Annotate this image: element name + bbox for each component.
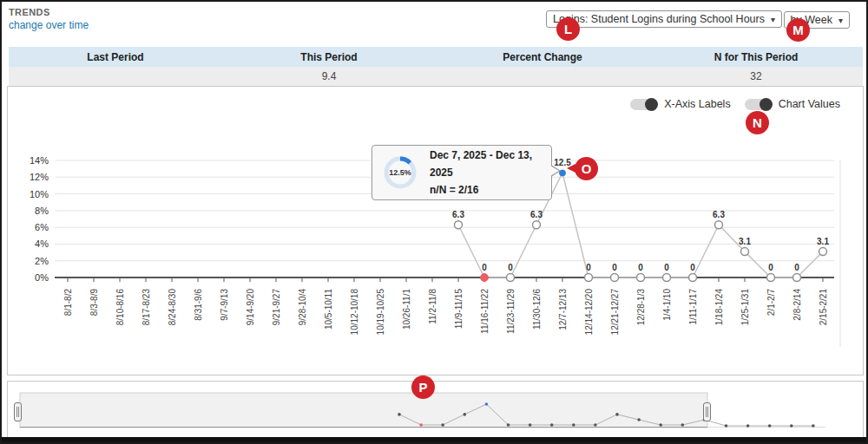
svg-text:0: 0 — [612, 263, 617, 272]
toggle-knob — [760, 98, 773, 111]
svg-text:8/10-8/16: 8/10-8/16 — [115, 289, 125, 326]
navigator-right-handle[interactable] — [703, 402, 711, 421]
svg-text:1/4-1/10: 1/4-1/10 — [662, 289, 672, 321]
svg-text:8/24-8/30: 8/24-8/30 — [168, 289, 177, 326]
svg-text:2%: 2% — [35, 256, 49, 266]
svg-text:11/16-11/22: 11/16-11/22 — [480, 289, 490, 334]
callout-badge-n: N — [746, 111, 769, 134]
tooltip-pointer-fill — [550, 166, 559, 176]
svg-text:10/12-10/18: 10/12-10/18 — [350, 289, 359, 336]
svg-text:3.1: 3.1 — [817, 237, 829, 246]
summary-value-row: 9.4 32 — [9, 67, 863, 86]
callout-badge-l: L — [556, 17, 580, 41]
svg-text:0: 0 — [664, 263, 669, 272]
metric-dropdown-label: Logins: Student Logins during School Hou… — [553, 13, 765, 25]
navigator-mini-chart[interactable] — [8, 382, 863, 437]
svg-text:2/1-2/7: 2/1-2/7 — [766, 289, 776, 317]
svg-text:9/21-9/27: 9/21-9/27 — [272, 289, 281, 326]
val-n-this-period: 32 — [649, 70, 863, 82]
badge-pointer-tail — [567, 164, 575, 173]
svg-text:2/15-2/21: 2/15-2/21 — [819, 289, 828, 326]
svg-text:0: 0 — [508, 263, 513, 272]
tooltip-ratio: n/N = 2/16 — [430, 181, 551, 199]
svg-text:0: 0 — [482, 263, 487, 272]
svg-text:6.3: 6.3 — [452, 210, 464, 219]
svg-text:10/19-10/25: 10/19-10/25 — [376, 289, 385, 336]
chart-values-toggle-label: Chart Values — [779, 98, 840, 110]
svg-text:14%: 14% — [30, 155, 49, 166]
page-title: TRENDS — [9, 7, 50, 17]
val-this-period: 9.4 — [222, 70, 436, 82]
svg-text:11/9-11/15: 11/9-11/15 — [454, 289, 464, 330]
x-axis-labels-toggle[interactable] — [630, 99, 657, 110]
col-last-period: Last Period — [9, 51, 222, 63]
badge-letter: O — [582, 161, 592, 176]
svg-text:0: 0 — [768, 263, 773, 272]
summary-table: Last Period This Period Percent Change N… — [9, 47, 863, 86]
svg-text:8/17-8/23: 8/17-8/23 — [141, 289, 151, 326]
svg-text:12/7-12/13: 12/7-12/13 — [558, 289, 568, 330]
svg-text:4%: 4% — [35, 238, 49, 249]
tooltip-donut-chart: 12.5% — [381, 153, 419, 192]
chart-values-toggle[interactable] — [745, 99, 772, 110]
svg-text:1/11-1/17: 1/11-1/17 — [688, 289, 698, 325]
tooltip-date-range: Dec 7, 2025 - Dec 13, 2025 — [430, 147, 551, 181]
tooltip-donut-percent: 12.5% — [381, 153, 419, 192]
svg-text:8/1-8/2: 8/1-8/2 — [63, 289, 73, 317]
col-this-period: This Period — [222, 51, 436, 63]
svg-text:0: 0 — [690, 263, 695, 272]
callout-badge-p: P — [411, 375, 435, 399]
chevron-down-icon: ▾ — [838, 16, 843, 25]
summary-header-row: Last Period This Period Percent Change N… — [9, 47, 863, 67]
trends-page: TRENDS change over time Logins: Student … — [2, 2, 866, 442]
svg-text:11/2-11/8: 11/2-11/8 — [428, 289, 437, 324]
svg-text:6.3: 6.3 — [530, 210, 542, 219]
col-percent-change: Percent Change — [436, 51, 649, 63]
range-navigator-panel — [7, 381, 864, 438]
callout-badge-o: O — [575, 157, 598, 180]
svg-text:0: 0 — [638, 263, 643, 272]
svg-text:12/14-12/20: 12/14-12/20 — [584, 289, 594, 336]
svg-text:0: 0 — [586, 263, 591, 272]
svg-text:0%: 0% — [35, 272, 49, 283]
trend-line-chart[interactable]: 0%2%4%6%8%10%12%14%8/1-8/28/3-8/98/10-8/… — [8, 87, 863, 375]
svg-text:9/14-9/20: 9/14-9/20 — [246, 289, 255, 326]
svg-text:12/21-12/27: 12/21-12/27 — [610, 289, 620, 336]
change-over-time-link[interactable]: change over time — [9, 19, 89, 31]
svg-text:6%: 6% — [35, 222, 49, 232]
metric-dropdown[interactable]: Logins: Student Logins during School Hou… — [546, 10, 782, 28]
svg-text:12%: 12% — [30, 172, 49, 182]
svg-text:10/5-10/11: 10/5-10/11 — [324, 289, 333, 330]
chevron-down-icon: ▾ — [771, 15, 775, 24]
point-tooltip: 12.5% Dec 7, 2025 - Dec 13, 2025 n/N = 2… — [372, 145, 552, 200]
svg-text:11/23-11/29: 11/23-11/29 — [506, 289, 516, 334]
svg-text:3.1: 3.1 — [739, 237, 751, 246]
svg-text:8/31-9/6: 8/31-9/6 — [194, 289, 203, 321]
toggle-knob — [645, 98, 658, 111]
svg-text:6.3: 6.3 — [713, 210, 725, 219]
svg-text:8%: 8% — [35, 206, 49, 216]
chart-values-toggle-group: Chart Values — [745, 98, 840, 110]
svg-text:9/28-10/4: 9/28-10/4 — [298, 289, 307, 326]
callout-badge-m: M — [786, 18, 810, 42]
col-n-this-period: N for This Period — [649, 51, 863, 63]
trend-chart-panel: 0%2%4%6%8%10%12%14%8/1-8/28/3-8/98/10-8/… — [7, 86, 864, 375]
svg-text:2/8-2/14: 2/8-2/14 — [792, 289, 802, 321]
svg-text:8/3-8/9: 8/3-8/9 — [89, 289, 99, 317]
svg-text:1/18-1/24: 1/18-1/24 — [714, 289, 724, 326]
svg-text:9/7-9/13: 9/7-9/13 — [220, 289, 229, 321]
x-axis-labels-toggle-group: X-Axis Labels — [630, 98, 730, 110]
svg-text:0: 0 — [794, 263, 799, 272]
svg-text:10%: 10% — [30, 189, 49, 199]
bottom-border-bar — [2, 437, 866, 442]
svg-text:10/26-11/1: 10/26-11/1 — [402, 289, 411, 330]
chart-toggles: X-Axis Labels Chart Values — [630, 98, 840, 110]
svg-text:11/30-12/6: 11/30-12/6 — [532, 289, 542, 330]
svg-text:12/28-1/3: 12/28-1/3 — [636, 289, 646, 326]
navigator-left-handle[interactable] — [14, 402, 22, 421]
svg-text:1/25-1/31: 1/25-1/31 — [740, 289, 750, 326]
x-axis-labels-toggle-label: X-Axis Labels — [664, 98, 730, 110]
